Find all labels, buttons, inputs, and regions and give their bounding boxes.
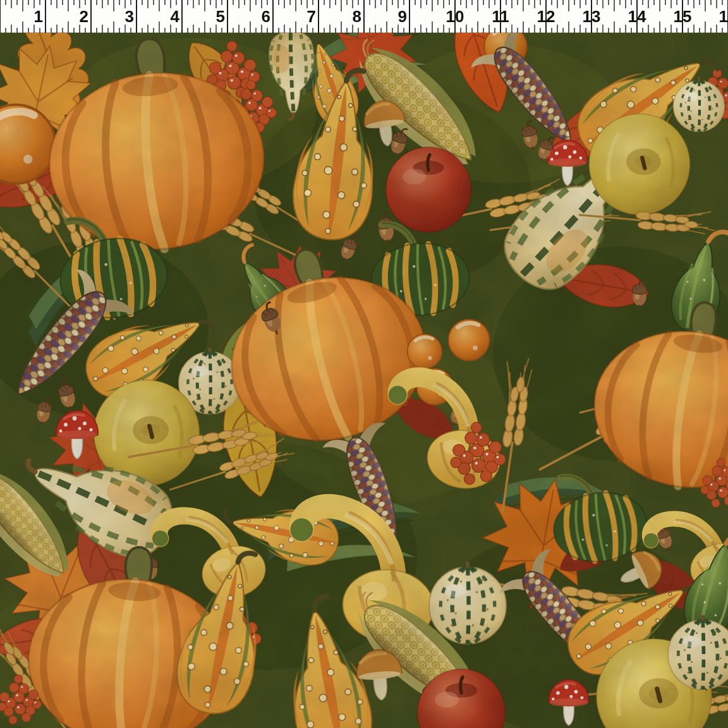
ruler-number: 1 bbox=[34, 7, 43, 26]
ruler-number: 6 bbox=[262, 7, 270, 26]
ruler-number: 13 bbox=[583, 7, 601, 26]
ruler-number: 11 bbox=[492, 7, 509, 26]
ruler-number: 9 bbox=[398, 7, 407, 26]
ruler-number: 3 bbox=[125, 7, 134, 26]
ruler-number: 16 bbox=[719, 7, 728, 26]
ruler-number: 12 bbox=[537, 7, 555, 26]
fabric-swatch-photo: 12345678910111213141516 bbox=[0, 0, 728, 728]
fabric-paper-texture bbox=[0, 33, 728, 728]
ruler-number: 5 bbox=[216, 7, 225, 26]
ruler-number: 10 bbox=[446, 7, 464, 26]
fabric-swatch-image: 12345678910111213141516 bbox=[0, 0, 728, 728]
ruler-number: 8 bbox=[353, 7, 361, 26]
ruler-number: 4 bbox=[171, 7, 180, 26]
ruler-number: 14 bbox=[628, 7, 646, 26]
inch-ruler: 12345678910111213141516 bbox=[0, 0, 728, 33]
ruler-number: 15 bbox=[674, 7, 692, 26]
ruler-number: 7 bbox=[307, 7, 316, 26]
ruler-number: 2 bbox=[80, 7, 88, 26]
